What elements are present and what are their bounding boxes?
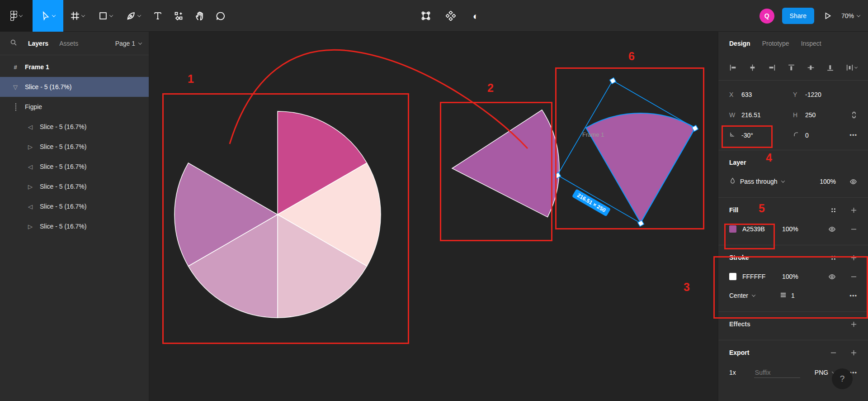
remove-export-button[interactable]	[829, 348, 838, 357]
stroke-weight-field[interactable]: 1	[791, 292, 795, 299]
wedge-right-icon: ▷	[26, 183, 34, 190]
corner-radius-field[interactable]: 0	[793, 131, 857, 139]
add-fill-button[interactable]	[849, 206, 858, 215]
styles-icon[interactable]	[829, 206, 838, 215]
diamond-cluster-icon	[446, 11, 456, 21]
add-effect-button[interactable]	[849, 320, 858, 329]
styles-icon[interactable]	[829, 253, 838, 262]
align-bottom-button[interactable]	[826, 63, 835, 72]
comment-tool-button[interactable]	[210, 0, 231, 32]
layer-opacity-field[interactable]: 100%	[820, 178, 836, 185]
distribute-button[interactable]	[845, 63, 858, 72]
align-vertical-center-button[interactable]	[806, 63, 816, 72]
variants-button[interactable]	[442, 0, 460, 32]
selection-handle[interactable]	[610, 78, 616, 84]
more-options-icon[interactable]: •••	[849, 291, 858, 300]
x-position-field[interactable]: X 633	[729, 91, 793, 98]
annotation-curve	[230, 50, 528, 148]
more-options-icon[interactable]: •••	[849, 131, 858, 139]
pen-icon	[127, 11, 136, 20]
component-tool-button[interactable]	[168, 0, 189, 32]
fill-section-title: Fill	[729, 206, 738, 214]
zoom-menu[interactable]: 70%	[841, 12, 860, 19]
constrain-proportions-button[interactable]	[850, 110, 858, 120]
help-button[interactable]: ?	[832, 368, 853, 389]
hand-tool-button[interactable]	[189, 0, 210, 32]
angle-icon	[729, 131, 736, 139]
layer-row-slice[interactable]: ◁ Slice - 5 (16.7%)	[0, 157, 149, 177]
layer-row-figpie[interactable]: Figpie	[0, 97, 149, 117]
tab-inspect[interactable]: Inspect	[801, 40, 821, 47]
layer-row-slice[interactable]: ▷ Slice - 5 (16.7%)	[0, 216, 149, 236]
layer-row-slice[interactable]: ◁ Slice - 5 (16.7%)	[0, 196, 149, 216]
toolbar-left-tools	[0, 0, 231, 31]
export-suffix-input[interactable]	[754, 368, 800, 378]
fill-opacity-field[interactable]: 100%	[782, 225, 815, 233]
blend-mode-dropdown[interactable]: Pass through	[729, 177, 784, 186]
effects-section-title: Effects	[729, 320, 750, 328]
selection-handle[interactable]	[638, 220, 644, 227]
align-left-button[interactable]	[728, 63, 738, 72]
search-icon[interactable]	[10, 39, 17, 48]
chevron-down-icon	[81, 13, 85, 17]
fill-hex-field[interactable]: A2539B	[742, 225, 782, 233]
alignment-toolbar	[718, 55, 868, 81]
canvas-scene	[149, 32, 718, 401]
effects-section: Effects	[718, 312, 868, 340]
zoom-level: 70%	[841, 12, 854, 19]
chevron-down-icon	[138, 41, 142, 44]
avatar[interactable]: Q	[760, 9, 774, 24]
main-menu-button[interactable]	[0, 0, 33, 32]
stroke-opacity-field[interactable]: 100%	[782, 273, 815, 280]
eye-icon[interactable]	[849, 177, 858, 186]
align-top-button[interactable]	[787, 63, 796, 72]
tab-layers[interactable]: Layers	[28, 40, 48, 47]
tab-assets[interactable]: Assets	[59, 40, 78, 47]
align-horizontal-center-button[interactable]	[748, 63, 757, 72]
y-position-field[interactable]: Y -1220	[793, 91, 857, 98]
wedge-left-icon: ◁	[26, 163, 34, 170]
layer-row-slice[interactable]: ◁ Slice - 5 (16.7%)	[0, 117, 149, 137]
remove-fill-button[interactable]	[849, 225, 858, 234]
align-right-button[interactable]	[767, 63, 777, 72]
layer-row-slice-selected[interactable]: ▽ Slice - 5 (16.7%)	[0, 77, 149, 97]
share-button[interactable]: Share	[782, 8, 814, 24]
text-tool-button[interactable]	[147, 0, 168, 32]
move-tool-button[interactable]	[33, 0, 63, 32]
chevron-down-icon	[752, 293, 755, 296]
eye-icon[interactable]	[827, 224, 837, 234]
width-field[interactable]: W 216.51	[729, 111, 793, 119]
present-button[interactable]	[822, 0, 834, 32]
height-field[interactable]: H 250	[793, 111, 857, 119]
tab-prototype[interactable]: Prototype	[762, 40, 789, 47]
layer-row-slice[interactable]: ▷ Slice - 5 (16.7%)	[0, 137, 149, 157]
cursor-icon	[41, 11, 50, 20]
page-selector[interactable]: Page 1	[115, 40, 142, 47]
frame-name-label[interactable]: Frame 1	[582, 131, 604, 138]
chevron-down-icon	[781, 179, 784, 182]
stroke-color-swatch[interactable]	[729, 273, 736, 280]
chevron-down-icon	[854, 66, 858, 69]
fill-color-swatch[interactable]	[729, 225, 736, 233]
stroke-align-dropdown[interactable]: Center	[729, 292, 755, 299]
export-scale-dropdown[interactable]: 1x	[729, 369, 736, 376]
mask-contrast-button[interactable]: ◐	[467, 0, 485, 32]
shape-tool-button[interactable]	[91, 0, 119, 32]
tab-design[interactable]: Design	[729, 40, 750, 47]
pen-tool-button[interactable]	[119, 0, 147, 32]
edit-object-button[interactable]	[417, 0, 435, 32]
comment-bubble-icon	[216, 11, 225, 21]
transform-properties: X 633 Y -1220 W 216.51 H 250	[718, 81, 868, 150]
add-stroke-button[interactable]	[849, 253, 858, 262]
stroke-hex-field[interactable]: FFFFFF	[742, 273, 782, 280]
layer-row-frame-1[interactable]: # Frame 1	[0, 57, 149, 77]
detached-slice[interactable]	[452, 110, 559, 217]
rectangle-icon	[99, 11, 108, 20]
add-export-button[interactable]	[849, 348, 858, 357]
canvas[interactable]: Frame 1 216.51 × 250	[149, 32, 718, 401]
frame-tool-button[interactable]	[63, 0, 91, 32]
rotation-field[interactable]: -30°	[729, 131, 793, 139]
layer-row-slice[interactable]: ▷ Slice - 5 (16.7%)	[0, 177, 149, 196]
remove-stroke-button[interactable]	[849, 272, 858, 281]
eye-icon[interactable]	[827, 272, 837, 282]
